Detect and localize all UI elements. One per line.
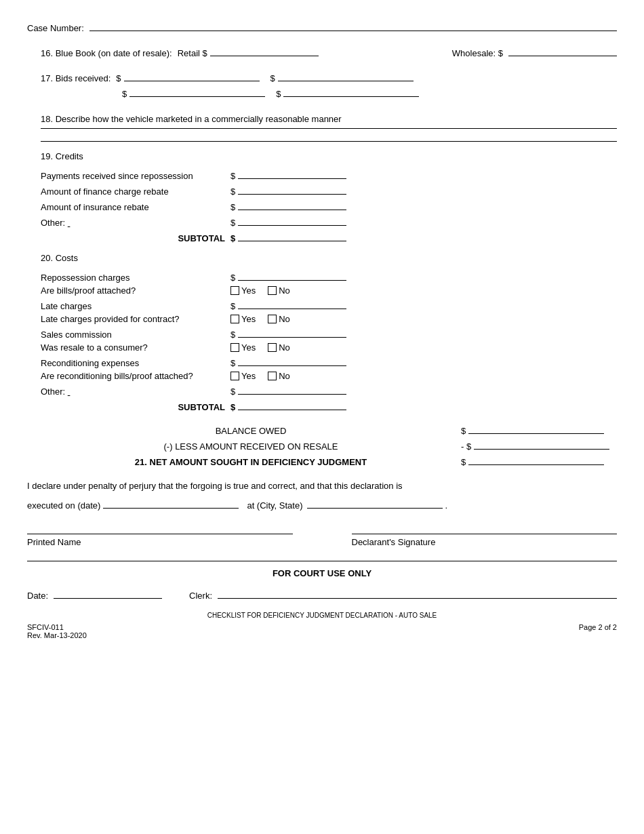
recond-bills-no-checkbox[interactable] (268, 372, 277, 380)
credit-field-2[interactable] (238, 184, 346, 195)
wholesale-field[interactable] (508, 45, 617, 56)
net-dollar: $ (461, 457, 466, 467)
date-label: Date: (27, 591, 48, 601)
credit-field-1[interactable] (238, 168, 346, 179)
net-field[interactable] (468, 454, 604, 465)
late-contract-label: Late charges provided for contract? (41, 314, 230, 324)
credit-item-4-label: Other: (41, 218, 230, 228)
declaration-period: . (445, 499, 448, 513)
recond-bills-no-label: No (279, 371, 290, 381)
less-prefix: - $ (461, 441, 471, 452)
bid-field-2b[interactable] (283, 86, 419, 97)
resale-consumer-label: Was resale to a consumer? (41, 342, 230, 353)
credits-label: 19. Credits (41, 151, 617, 161)
bid-field-2a[interactable] (129, 86, 265, 97)
page-number: Page 2 of 2 (579, 623, 617, 639)
credits-subtotal-dollar: $ (230, 233, 235, 243)
less-field[interactable] (474, 439, 609, 450)
cost-field-recond[interactable] (238, 355, 346, 366)
credits-subtotal-label: SUBTOTAL (41, 233, 230, 243)
resale-consumer-yes-label: Yes (241, 342, 256, 353)
date-field[interactable] (54, 588, 162, 599)
cost-field-sales[interactable] (238, 327, 346, 338)
cost-repossession-label: Repossession charges (41, 273, 230, 283)
bills-proof-no-checkbox[interactable] (268, 286, 277, 295)
at-label: at (City, State) (247, 499, 302, 513)
retail-field[interactable] (210, 45, 319, 56)
recond-bills-yes-checkbox[interactable] (230, 372, 239, 380)
less-amount-label: (-) LESS AMOUNT RECEIVED ON RESALE (164, 441, 338, 452)
resale-consumer-yes-checkbox[interactable] (230, 343, 239, 352)
bid-dollar-1a: $ (116, 73, 121, 83)
cost-dollar-recond: $ (230, 358, 235, 368)
cost-field-other[interactable] (238, 384, 346, 395)
retail-label: Retail $ (178, 48, 207, 58)
case-number-field[interactable] (89, 20, 617, 31)
credit-field-3[interactable] (238, 199, 346, 210)
court-title: FOR COURT USE ONLY (27, 568, 617, 578)
case-number-label: Case Number: (27, 23, 84, 33)
at-field[interactable] (307, 498, 443, 509)
clerk-field[interactable] (218, 588, 617, 599)
credits-subtotal-field[interactable] (238, 231, 346, 241)
recond-bills-label: Are reconditioning bills/proof attached? (41, 371, 230, 381)
cost-dollar-repo: $ (230, 273, 235, 283)
cost-dollar-sales: $ (230, 330, 235, 340)
credit-dollar-3: $ (230, 202, 235, 212)
cost-field-repo[interactable] (238, 270, 346, 281)
cost-field-late[interactable] (238, 298, 346, 309)
bid-dollar-2b: $ (276, 89, 281, 99)
late-contract-yes-label: Yes (241, 314, 256, 324)
balance-owed-dollar: $ (461, 426, 466, 436)
credit-item-3-label: Amount of insurance rebate (41, 202, 230, 212)
credit-dollar-2: $ (230, 186, 235, 197)
late-contract-no-label: No (279, 314, 290, 324)
declaration-text: I declare under penalty of perjury that … (27, 479, 617, 494)
costs-subtotal-dollar: $ (230, 402, 235, 412)
bills-proof-no-label: No (279, 285, 290, 296)
credit-dollar-1: $ (230, 171, 235, 181)
form-title-footer: CHECKLIST FOR DEFICIENCY JUDGMENT DECLAR… (27, 612, 617, 619)
printed-name-label: Printed Name (27, 537, 293, 547)
printed-name-line (27, 534, 293, 534)
credit-dollar-4: $ (230, 218, 235, 228)
credit-item-2-label: Amount of finance charge rebate (41, 186, 230, 197)
cost-dollar-other: $ (230, 386, 235, 397)
bills-proof-yes-checkbox[interactable] (230, 286, 239, 295)
declarant-signature-label: Declarant's Signature (352, 537, 618, 547)
balance-owed-label: BALANCE OWED (216, 426, 287, 436)
executed-label: executed on (date) (27, 499, 100, 513)
cost-sales-commission-label: Sales commission (41, 330, 230, 340)
row18-label: 18. Describe how the vehicle marketed in… (41, 114, 617, 124)
credit-item-1-label: Payments received since repossession (41, 171, 230, 181)
bid-dollar-2a: $ (122, 89, 127, 99)
late-contract-no-checkbox[interactable] (268, 315, 277, 323)
credit-field-4[interactable] (238, 215, 346, 226)
clerk-label: Clerk: (189, 591, 212, 601)
bid-dollar-1b: $ (270, 73, 275, 83)
costs-subtotal-field[interactable] (238, 399, 346, 410)
cost-late-charges-label: Late charges (41, 301, 230, 311)
form-number: SFCIV-011 (27, 623, 87, 631)
resale-consumer-no-label: No (279, 342, 290, 353)
wholesale-label: Wholesale: $ (452, 48, 503, 58)
net-amount-label: 21. NET AMOUNT SOUGHT IN DEFICIENCY JUDG… (135, 457, 367, 467)
balance-owed-field[interactable] (468, 423, 604, 434)
costs-label: 20. Costs (41, 253, 617, 263)
row16-label: 16. Blue Book (on date of resale): (41, 48, 172, 58)
recond-bills-yes-label: Yes (241, 371, 256, 381)
late-contract-yes-checkbox[interactable] (230, 315, 239, 323)
row17-label: 17. Bids received: (41, 73, 110, 83)
bills-proof-label: Are bills/proof attached? (41, 285, 230, 296)
bid-field-1b[interactable] (278, 71, 414, 81)
declarant-signature-line (352, 534, 618, 534)
resale-consumer-no-checkbox[interactable] (268, 343, 277, 352)
costs-subtotal-label: SUBTOTAL (41, 402, 230, 412)
cost-reconditioning-label: Reconditioning expenses (41, 358, 230, 368)
bills-proof-yes-label: Yes (241, 285, 256, 296)
cost-dollar-late: $ (230, 301, 235, 311)
form-rev: Rev. Mar-13-2020 (27, 631, 87, 639)
cost-other-label: Other: (41, 386, 230, 397)
executed-field[interactable] (103, 498, 239, 509)
bid-field-1a[interactable] (124, 71, 260, 81)
